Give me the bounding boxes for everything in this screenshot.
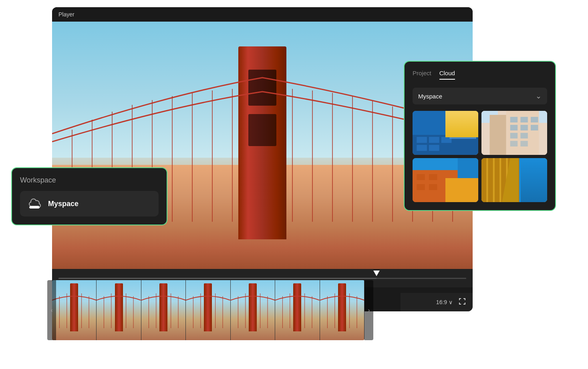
svg-rect-61 — [429, 145, 439, 151]
workspace-panel: Workspace Myspace — [11, 167, 167, 225]
svg-rect-69 — [520, 117, 528, 122]
svg-rect-84 — [429, 184, 437, 190]
svg-rect-71 — [510, 125, 518, 130]
filmstrip-frame — [275, 280, 320, 340]
filmstrip-frame — [52, 280, 97, 340]
image-cell-4[interactable] — [481, 158, 547, 202]
svg-rect-81 — [417, 174, 425, 180]
cloud-dropdown[interactable]: Myspace ⌄ — [413, 88, 547, 104]
filmstrip-frame — [97, 280, 141, 340]
image-cell-2[interactable] — [481, 111, 547, 155]
svg-rect-83 — [417, 184, 425, 190]
svg-rect-25 — [465, 303, 465, 305]
svg-rect-58 — [429, 137, 439, 143]
workspace-item-name: Myspace — [48, 200, 79, 208]
player-title: Player — [58, 11, 75, 18]
filmstrip-arrow-left[interactable]: ‹ — [47, 280, 56, 340]
svg-rect-86 — [514, 158, 547, 202]
svg-rect-72 — [520, 125, 528, 130]
image-grid — [413, 111, 547, 202]
aspect-ratio-label: 16:9 ∨ — [436, 299, 453, 305]
image-cell-1[interactable] — [413, 111, 478, 155]
svg-rect-89 — [488, 158, 493, 202]
panel-tabs: Project Cloud — [413, 70, 547, 80]
svg-rect-19 — [459, 298, 460, 300]
svg-rect-73 — [531, 125, 538, 130]
player-bottom-controls: 16:9 ∨ — [401, 293, 473, 311]
svg-rect-60 — [417, 145, 427, 151]
svg-rect-90 — [495, 158, 499, 202]
svg-rect-74 — [510, 133, 518, 138]
svg-rect-68 — [510, 117, 518, 122]
cloud-icon — [27, 197, 42, 211]
timeline-track[interactable] — [58, 278, 466, 279]
aspect-ratio-button[interactable]: 16:9 ∨ — [436, 299, 453, 305]
svg-rect-21 — [465, 298, 465, 300]
svg-rect-54 — [413, 111, 478, 135]
timeline-cursor — [373, 271, 380, 276]
tab-cloud[interactable]: Cloud — [439, 70, 455, 80]
timeline-progress — [58, 278, 377, 279]
filmstrip-area — [52, 280, 364, 340]
svg-rect-75 — [520, 133, 528, 138]
workspace-item-myspace[interactable]: Myspace — [20, 191, 159, 217]
svg-rect-57 — [417, 137, 427, 143]
filmstrip-frame — [320, 280, 364, 340]
svg-rect-88 — [481, 158, 486, 202]
svg-rect-62 — [449, 123, 476, 139]
tower-window-bottom — [248, 114, 276, 146]
filmstrip-frame — [231, 280, 275, 340]
svg-marker-55 — [445, 111, 478, 139]
svg-rect-23 — [459, 303, 460, 305]
cloud-panel: Project Cloud Myspace ⌄ — [404, 61, 556, 211]
svg-rect-70 — [531, 117, 538, 122]
svg-rect-85 — [458, 158, 478, 178]
tab-project[interactable]: Project — [413, 70, 431, 80]
fullscreen-button[interactable] — [458, 297, 466, 307]
filmstrip-frame — [186, 280, 230, 340]
filmstrip-frame — [141, 280, 186, 340]
image-cell-3[interactable] — [413, 158, 478, 202]
filmstrip-arrow-right[interactable]: › — [364, 280, 373, 340]
workspace-panel-title: Workspace — [20, 176, 159, 184]
dropdown-value: Myspace — [418, 93, 442, 100]
svg-rect-82 — [429, 174, 437, 180]
player-title-bar: Player — [52, 7, 473, 22]
chevron-down-icon: ⌄ — [536, 92, 542, 100]
tower-window-top — [248, 70, 276, 106]
svg-rect-80 — [445, 178, 478, 202]
svg-rect-77 — [520, 141, 528, 146]
bridge-tower — [238, 46, 286, 239]
svg-rect-76 — [510, 141, 518, 146]
